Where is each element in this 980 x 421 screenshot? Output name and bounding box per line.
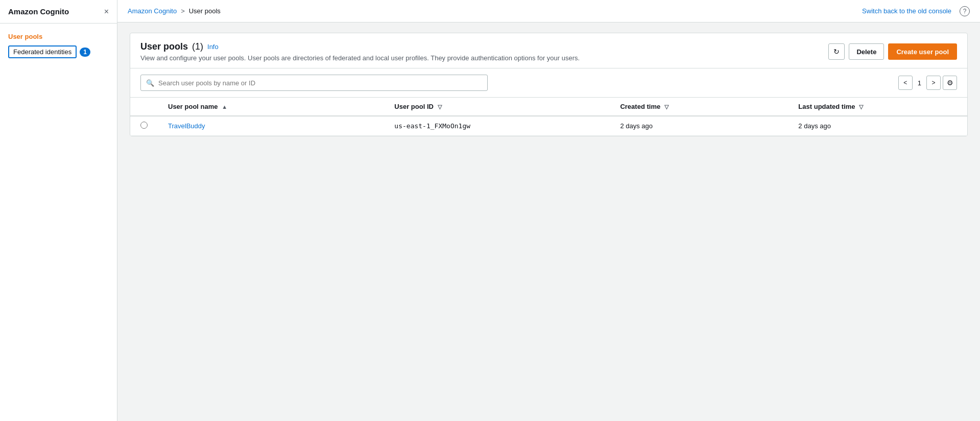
topbar: Amazon Cognito > User pools Switch back … xyxy=(117,0,980,22)
sidebar-federated-wrapper: Federated identities 1 xyxy=(0,43,117,60)
main-content: Amazon Cognito > User pools Switch back … xyxy=(117,0,980,421)
created-sort-icon: ▽ xyxy=(664,104,668,110)
table-settings-button[interactable]: ⚙ xyxy=(943,76,957,90)
content-area: User pools (1) Info View and configure y… xyxy=(117,22,980,421)
sidebar-header: Amazon Cognito × xyxy=(0,0,117,24)
row-id-cell: us-east-1_FXMoOn1gw xyxy=(384,116,610,136)
user-pools-panel: User pools (1) Info View and configure y… xyxy=(130,33,968,136)
search-icon: 🔍 xyxy=(146,79,154,87)
breadcrumb-root[interactable]: Amazon Cognito xyxy=(128,7,177,15)
panel-title-row: User pools (1) Info xyxy=(140,41,580,52)
next-page-button[interactable]: > xyxy=(926,76,941,90)
pool-id-value: us-east-1_FXMoOn1gw xyxy=(394,122,470,130)
panel-info-link[interactable]: Info xyxy=(207,43,219,51)
panel-actions: ↻ Delete Create user pool xyxy=(828,43,957,60)
search-row: 🔍 < 1 > ⚙ xyxy=(130,68,967,98)
prev-page-button[interactable]: < xyxy=(898,76,913,90)
create-user-pool-button[interactable]: Create user pool xyxy=(888,43,957,60)
delete-button[interactable]: Delete xyxy=(849,43,884,60)
col-name-header[interactable]: User pool name ▲ xyxy=(158,98,384,116)
updated-sort-icon: ▽ xyxy=(859,104,863,110)
row-radio-cell xyxy=(130,116,158,136)
id-sort-icon: ▽ xyxy=(438,104,442,110)
switch-console-link[interactable]: Switch back to the old console xyxy=(862,7,951,15)
help-icon[interactable]: ? xyxy=(960,6,970,16)
pool-name-link[interactable]: TravelBuddy xyxy=(168,122,205,130)
topbar-right: Switch back to the old console ? xyxy=(862,6,970,16)
federated-badge: 1 xyxy=(80,48,90,57)
pagination: < 1 > ⚙ xyxy=(898,76,957,90)
panel-description: View and configure your user pools. User… xyxy=(140,54,580,62)
panel-title: User pools xyxy=(140,41,188,52)
col-id-header[interactable]: User pool ID ▽ xyxy=(384,98,610,116)
panel-header: User pools (1) Info View and configure y… xyxy=(130,33,967,68)
breadcrumb-separator: > xyxy=(181,7,185,15)
table-header-row: User pool name ▲ User pool ID ▽ Created … xyxy=(130,98,967,116)
col-updated-header[interactable]: Last updated time ▽ xyxy=(788,98,967,116)
row-updated-cell: 2 days ago xyxy=(788,116,967,136)
sidebar-nav: User pools Federated identities 1 xyxy=(0,24,117,66)
panel-header-left: User pools (1) Info View and configure y… xyxy=(140,41,580,62)
row-name-cell: TravelBuddy xyxy=(158,116,384,136)
sidebar-item-user-pools[interactable]: User pools xyxy=(0,30,117,43)
sidebar-item-federated-identities[interactable]: Federated identities xyxy=(8,45,77,58)
current-page: 1 xyxy=(915,79,924,87)
panel-count: (1) xyxy=(192,41,203,52)
table-row: TravelBuddy us-east-1_FXMoOn1gw 2 days a… xyxy=(130,116,967,136)
row-created-cell: 2 days ago xyxy=(610,116,788,136)
pool-created-time: 2 days ago xyxy=(620,122,653,130)
user-pools-table: User pool name ▲ User pool ID ▽ Created … xyxy=(130,98,967,136)
breadcrumb: Amazon Cognito > User pools xyxy=(128,7,221,15)
row-radio-input[interactable] xyxy=(140,122,148,129)
name-sort-icon: ▲ xyxy=(222,104,227,110)
col-radio-header xyxy=(130,98,158,116)
pool-updated-time: 2 days ago xyxy=(798,122,831,130)
sidebar: Amazon Cognito × User pools Federated id… xyxy=(0,0,117,421)
sidebar-title: Amazon Cognito xyxy=(8,7,69,16)
col-created-header[interactable]: Created time ▽ xyxy=(610,98,788,116)
sidebar-close-button[interactable]: × xyxy=(104,8,109,16)
search-input[interactable] xyxy=(158,79,482,87)
refresh-button[interactable]: ↻ xyxy=(828,43,845,60)
search-box: 🔍 xyxy=(140,75,488,91)
breadcrumb-current: User pools xyxy=(189,7,221,15)
